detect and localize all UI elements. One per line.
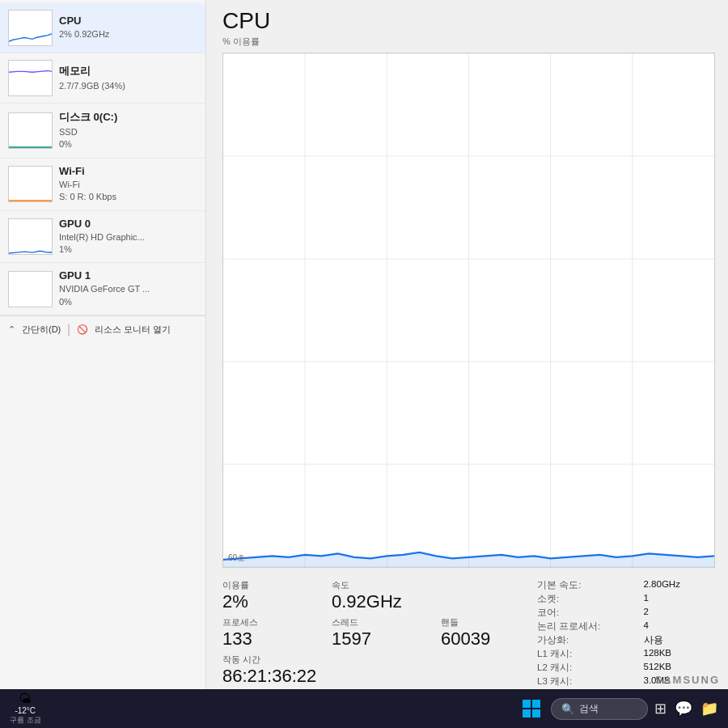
task-manager-window: CPU 2% 0.92GHz 메모리 2.7/7.9GB (34%) [0,0,728,696]
svg-rect-16 [532,709,540,717]
disk-sub2: 0% [59,138,197,150]
thread-block: 스레드 1597 [332,616,428,650]
l3-label: L3 캐시: [537,675,636,688]
svg-rect-0 [9,272,52,307]
speed-label: 속도 [332,579,428,591]
gpu1-label: GPU 1 [59,269,197,281]
taskbar-right: ⊞ 💬 📁 [654,700,718,717]
search-text: 검색 [579,702,599,716]
memory-info: 메모리 2.7/7.9GB (34%) [59,64,197,92]
weather-desc: 구름 조금 [10,715,41,726]
panel-subtitle: % 이용률 [222,36,715,48]
virt-value: 사용 [644,634,716,646]
svg-rect-13 [523,700,531,708]
l1-label: L1 캐시: [537,648,636,660]
cpu-label: CPU [59,15,197,27]
wifi-sub2: S: 0 R: 0 Kbps [59,191,197,203]
svg-rect-15 [523,709,531,717]
l2-value: 512KB [644,662,716,674]
chat-icon[interactable]: 💬 [675,700,692,717]
disk-label: 디스크 0(C:) [59,110,197,125]
logical-label: 논리 프로세서: [537,620,636,633]
process-value: 133 [222,629,319,649]
gpu1-sub2: 0% [59,296,197,308]
weather-widget: 🌤 -12°C 구름 조금 [10,692,41,726]
logical-value: 4 [644,620,716,633]
sidebar-item-gpu1[interactable]: GPU 1 NVIDIA GeForce GT ... 0% [0,263,205,315]
speed-block: 속도 0.92GHz [332,579,428,613]
socket-label: 소켓: [537,593,636,605]
specs-area: 기본 속도: 2.80GHz 소켓: 1 코어: 2 논리 프로세서: 4 가상… [537,579,715,688]
taskbar-left: 🌤 -12°C 구름 조금 [10,692,514,726]
gpu1-sub1: NVIDIA GeForce GT ... [59,283,197,295]
gpu1-thumb [8,271,53,307]
sidebar-item-gpu0[interactable]: GPU 0 Intel(R) HD Graphic... 1% [0,211,205,264]
weather-temp: -12°C [15,706,36,715]
time-label: 60초 [228,552,245,564]
cpu-graph [223,53,714,567]
uptime-label: 작동 시간 [222,654,537,666]
samsung-logo: SAMSUNG [655,674,720,686]
handle-block: 핸들 60039 [441,616,537,650]
wifi-info: Wi-Fi Wi-Fi S: 0 R: 0 Kbps [59,165,197,204]
panel-title: CPU [222,8,715,34]
thread-value: 1597 [332,629,428,649]
windows-start-button[interactable] [520,697,543,720]
uptime-block: 작동 시간 86:21:36:22 [222,654,537,688]
wifi-label: Wi-Fi [59,165,197,177]
stats-left: 이용률 2% 속도 0.92GHz 프로세스 133 스레드 [222,579,537,688]
resource-monitor-btn[interactable]: 리소스 모니터 열기 [95,324,171,336]
taskbar-center: 🔍 검색 [520,697,648,720]
cpu-sub: 2% 0.92GHz [59,28,197,40]
usage-block: 이용률 2% [222,579,319,613]
wifi-sub1: Wi-Fi [59,179,197,191]
socket-value: 1 [644,593,716,605]
taskbar: 🌤 -12°C 구름 조금 🔍 검색 ⊞ 💬 📁 [0,689,728,728]
stats-area: 이용률 2% 속도 0.92GHz 프로세스 133 스레드 [222,579,715,688]
gpu0-label: GPU 0 [59,218,197,230]
virt-label: 가상화: [537,634,636,646]
handle-label: 핸들 [441,616,537,629]
sidebar-footer: ⌃ 간단히(D) | 🚫 리소스 모니터 열기 [0,315,205,342]
base-speed-value: 2.80GHz [644,579,716,591]
usage-value: 2% [222,592,319,612]
gpu0-sub1: Intel(R) HD Graphic... [59,231,197,243]
cpu-panel: CPU % 이용률 [206,0,728,696]
process-label: 프로세스 [222,616,319,629]
sidebar-item-cpu[interactable]: CPU 2% 0.92GHz [0,3,205,53]
uptime-value: 86:21:36:22 [222,667,537,686]
sidebar-item-disk[interactable]: 디스크 0(C:) SSD 0% [0,104,205,159]
speed-value: 0.92GHz [332,592,428,612]
memory-sub: 2.7/7.9GB (34%) [59,80,197,92]
search-bar[interactable]: 🔍 검색 [551,698,648,720]
svg-rect-14 [532,700,540,708]
memory-label: 메모리 [59,64,197,78]
l1-value: 128KB [644,648,716,660]
sidebar: CPU 2% 0.92GHz 메모리 2.7/7.9GB (34%) [0,0,206,696]
wifi-thumb [8,166,53,202]
cpu-thumb [8,10,53,46]
task-view-icon[interactable]: ⊞ [654,700,667,717]
core-label: 코어: [537,607,636,619]
l2-label: L2 캐시: [537,662,636,674]
process-block: 프로세스 133 [222,616,319,650]
file-explorer-icon[interactable]: 📁 [700,700,718,717]
main-content: CPU 2% 0.92GHz 메모리 2.7/7.9GB (34%) [0,0,728,696]
sidebar-item-memory[interactable]: 메모리 2.7/7.9GB (34%) [0,53,205,104]
simple-view-btn[interactable]: 간단히(D) [22,324,61,336]
core-value: 2 [644,607,716,619]
gpu1-info: GPU 1 NVIDIA GeForce GT ... 0% [59,269,197,308]
cpu-graph-container: 60초 [222,53,715,568]
handle-value: 60039 [441,629,537,649]
gpu0-sub2: 1% [59,243,197,256]
disk-info: 디스크 0(C:) SSD 0% [59,110,197,151]
cpu-info: CPU 2% 0.92GHz [59,15,197,40]
sidebar-item-wifi[interactable]: Wi-Fi Wi-Fi S: 0 R: 0 Kbps [0,159,205,211]
disk-sub1: SSD [59,126,197,138]
base-speed-label: 기본 속도: [537,579,636,591]
thread-label: 스레드 [332,616,428,629]
disk-thumb [8,112,53,149]
gpu0-info: GPU 0 Intel(R) HD Graphic... 1% [59,218,197,256]
usage-label: 이용률 [222,579,319,591]
gpu0-thumb [8,218,53,255]
